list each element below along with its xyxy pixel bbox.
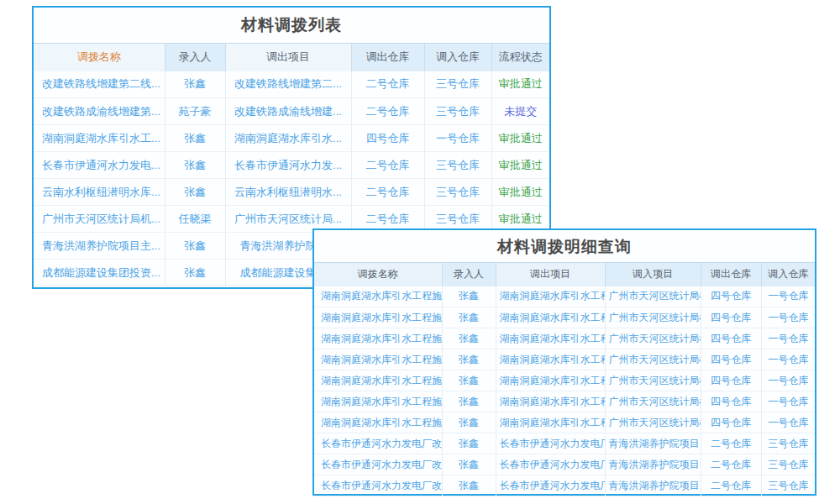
panel-title: 材料调拨列表 (34, 8, 549, 43)
cell-in_project: 广州市天河区统计局机 (605, 286, 701, 307)
column-header-in-project: 调入项目 (605, 263, 701, 286)
cell-status: 审批通过 (491, 71, 549, 98)
table-row[interactable]: 长春市伊通河水力发电厂改建工张鑫长春市伊通河水力发电厂青海洪湖养护院项目二号仓库… (314, 475, 815, 496)
cell-user: 张鑫 (442, 328, 496, 349)
cell-in_wh: 三号仓库 (424, 179, 491, 206)
cell-name: 湖南洞庭湖水库引水工程施工 (314, 391, 442, 412)
cell-in_project: 青海洪湖养护院项目 (605, 475, 701, 496)
cell-user: 张鑫 (165, 125, 225, 152)
table-header-row: 调拨名称 录入人 调出项目 调入项目 调出仓库 调入仓库 (314, 263, 815, 286)
cell-out_project: 湖南洞庭湖水库引水工程 (496, 370, 605, 391)
cell-out_project: 长春市伊通河水力发电厂 (496, 454, 605, 475)
cell-out_wh: 四号仓库 (701, 307, 761, 328)
cell-out_wh: 二号仓库 (351, 98, 424, 125)
cell-out_project: 湖南洞庭湖水库引水工程 (496, 349, 605, 370)
column-header-out-warehouse: 调出仓库 (701, 263, 761, 286)
cell-user: 张鑫 (442, 475, 496, 496)
cell-out_wh: 四号仓库 (701, 412, 761, 433)
column-header-out-project: 调出项目 (225, 44, 351, 71)
cell-name: 湖南洞庭湖水库引水工程施工 (314, 286, 442, 307)
cell-name: 广州市天河区统计局机... (34, 206, 165, 233)
table-row[interactable]: 改建铁路成渝线增建第...苑子豪改建铁路成渝线增建...二号仓库三号仓库未提交 (34, 98, 549, 125)
cell-name: 长春市伊通河水力发电... (34, 152, 165, 179)
table-row[interactable]: 改建铁路线增建第二线...张鑫改建铁路线增建第二...二号仓库三号仓库审批通过 (34, 71, 549, 98)
cell-name: 湖南洞庭湖水库引水工... (34, 125, 165, 152)
cell-user: 张鑫 (442, 391, 496, 412)
cell-name: 长春市伊通河水力发电厂改建工 (314, 433, 442, 454)
cell-in_project: 广州市天河区统计局机 (605, 391, 701, 412)
cell-out_project: 湖南洞庭湖水库引水工程 (496, 286, 605, 307)
table-row[interactable]: 湖南洞庭湖水库引水工程施工张鑫湖南洞庭湖水库引水工程广州市天河区统计局机四号仓库… (314, 349, 815, 370)
cell-in_project: 广州市天河区统计局机 (605, 349, 701, 370)
cell-user: 张鑫 (442, 433, 496, 454)
cell-user: 张鑫 (442, 454, 496, 475)
table-row[interactable]: 长春市伊通河水力发电...张鑫长春市伊通河水力发...二号仓库三号仓库审批通过 (34, 152, 549, 179)
cell-status: 审批通过 (491, 152, 549, 179)
cell-in_wh: 一号仓库 (761, 370, 815, 391)
cell-out_wh: 四号仓库 (701, 370, 761, 391)
cell-user: 张鑫 (165, 179, 225, 206)
cell-in_wh: 三号仓库 (424, 152, 491, 179)
cell-in_wh: 三号仓库 (424, 98, 491, 125)
cell-out_project: 湖南洞庭湖水库引水... (225, 125, 351, 152)
cell-name: 长春市伊通河水力发电厂改建工 (314, 454, 442, 475)
column-header-transfer-name: 调拨名称 (314, 263, 442, 286)
cell-out_wh: 二号仓库 (701, 433, 761, 454)
column-header-out-project: 调出项目 (496, 263, 605, 286)
table-row[interactable]: 长春市伊通河水力发电厂改建工张鑫长春市伊通河水力发电厂青海洪湖养护院项目二号仓库… (314, 433, 815, 454)
cell-out_project: 长春市伊通河水力发电厂 (496, 475, 605, 496)
cell-out_wh: 二号仓库 (351, 71, 424, 98)
table-row[interactable]: 湖南洞庭湖水库引水工...张鑫湖南洞庭湖水库引水...四号仓库一号仓库审批通过 (34, 125, 549, 152)
cell-user: 张鑫 (442, 370, 496, 391)
column-header-entered-by: 录入人 (442, 263, 496, 286)
cell-in_project: 广州市天河区统计局机 (605, 328, 701, 349)
cell-in_project: 青海洪湖养护院项目 (605, 433, 701, 454)
cell-user: 任晓渠 (165, 206, 225, 233)
column-header-entered-by: 录入人 (165, 44, 225, 71)
cell-user: 张鑫 (165, 233, 225, 260)
table-row[interactable]: 云南水利枢纽潜明水库...张鑫云南水利枢纽潜明水...二号仓库三号仓库审批通过 (34, 179, 549, 206)
cell-in_wh: 三号仓库 (761, 433, 815, 454)
column-header-in-warehouse: 调入仓库 (424, 44, 491, 71)
cell-in_wh: 一号仓库 (761, 307, 815, 328)
table-row[interactable]: 湖南洞庭湖水库引水工程施工张鑫湖南洞庭湖水库引水工程广州市天河区统计局机四号仓库… (314, 391, 815, 412)
table-row[interactable]: 长春市伊通河水力发电厂改建工张鑫长春市伊通河水力发电厂青海洪湖养护院项目二号仓库… (314, 454, 815, 475)
cell-in_project: 广州市天河区统计局机 (605, 307, 701, 328)
column-header-out-warehouse: 调出仓库 (351, 44, 424, 71)
material-transfer-detail-panel: 材料调拨明细查询 调拨名称 录入人 调出项目 调入项目 调出仓库 调入仓库 湖南… (312, 228, 816, 496)
cell-user: 张鑫 (165, 260, 225, 286)
column-header-flow-status: 流程状态 (491, 44, 549, 71)
cell-out_wh: 二号仓库 (351, 152, 424, 179)
table-row[interactable]: 湖南洞庭湖水库引水工程施工张鑫湖南洞庭湖水库引水工程广州市天河区统计局机四号仓库… (314, 328, 815, 349)
cell-out_project: 湖南洞庭湖水库引水工程 (496, 328, 605, 349)
cell-name: 云南水利枢纽潜明水库... (34, 179, 165, 206)
cell-in_wh: 三号仓库 (761, 475, 815, 496)
column-header-transfer-name[interactable]: 调拨名称 (34, 44, 165, 71)
cell-out_project: 长春市伊通河水力发... (225, 152, 351, 179)
cell-user: 张鑫 (165, 152, 225, 179)
cell-in_wh: 一号仓库 (761, 328, 815, 349)
table-row[interactable]: 湖南洞庭湖水库引水工程施工张鑫湖南洞庭湖水库引水工程广州市天河区统计局机四号仓库… (314, 307, 815, 328)
cell-out_wh: 四号仓库 (701, 286, 761, 307)
cell-out_wh: 二号仓库 (351, 179, 424, 206)
cell-out_wh: 四号仓库 (701, 391, 761, 412)
cell-name: 长春市伊通河水力发电厂改建工 (314, 475, 442, 496)
cell-name: 改建铁路成渝线增建第... (34, 98, 165, 125)
cell-out_wh: 二号仓库 (701, 454, 761, 475)
cell-out_project: 湖南洞庭湖水库引水工程 (496, 412, 605, 433)
table-row[interactable]: 湖南洞庭湖水库引水工程施工张鑫湖南洞庭湖水库引水工程广州市天河区统计局机四号仓库… (314, 286, 815, 307)
cell-name: 改建铁路线增建第二线... (34, 71, 165, 98)
cell-in_project: 青海洪湖养护院项目 (605, 454, 701, 475)
cell-name: 湖南洞庭湖水库引水工程施工 (314, 328, 442, 349)
cell-out_wh: 四号仓库 (351, 125, 424, 152)
cell-in_wh: 三号仓库 (761, 454, 815, 475)
cell-in_wh: 一号仓库 (761, 349, 815, 370)
cell-out_project: 云南水利枢纽潜明水... (225, 179, 351, 206)
column-header-in-warehouse: 调入仓库 (761, 263, 815, 286)
cell-in_wh: 一号仓库 (424, 125, 491, 152)
cell-name: 湖南洞庭湖水库引水工程施工 (314, 349, 442, 370)
table-row[interactable]: 湖南洞庭湖水库引水工程施工张鑫湖南洞庭湖水库引水工程广州市天河区统计局机四号仓库… (314, 412, 815, 433)
cell-out_project: 湖南洞庭湖水库引水工程 (496, 307, 605, 328)
table-row[interactable]: 湖南洞庭湖水库引水工程施工张鑫湖南洞庭湖水库引水工程广州市天河区统计局机四号仓库… (314, 370, 815, 391)
cell-name: 湖南洞庭湖水库引水工程施工 (314, 307, 442, 328)
